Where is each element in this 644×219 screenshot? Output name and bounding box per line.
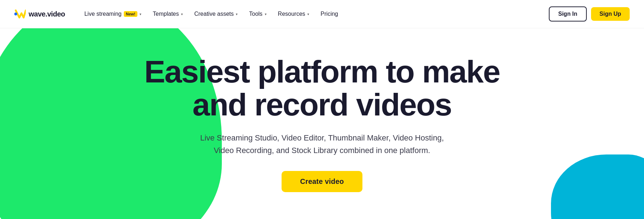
nav-item-tools[interactable]: Tools ▾ — [244, 8, 271, 20]
hero-content: Easiest platform to make and record vide… — [130, 55, 514, 192]
nav-item-resources[interactable]: Resources ▾ — [273, 8, 314, 20]
hero-subtitle: Live Streaming Studio, Video Editor, Thu… — [193, 132, 451, 157]
logo[interactable]: wave.video — [14, 9, 65, 19]
nav-label-templates: Templates — [153, 11, 179, 17]
nav-label-tools: Tools — [249, 11, 262, 17]
nav-label-creative-assets: Creative assets — [194, 11, 234, 17]
nav-item-templates[interactable]: Templates ▾ — [148, 8, 188, 20]
new-badge: New! — [124, 11, 137, 17]
navbar: wave.video Live streaming New! ▾ Templat… — [0, 0, 644, 28]
hero-title-line1: Easiest platform to make — [144, 54, 500, 89]
chevron-icon-creative-assets: ▾ — [236, 12, 238, 16]
chevron-icon-resources: ▾ — [307, 12, 309, 16]
signin-button[interactable]: Sign In — [549, 6, 586, 22]
nav-item-live-streaming[interactable]: Live streaming New! ▾ — [79, 8, 146, 20]
nav-items: Live streaming New! ▾ Templates ▾ Creati… — [79, 8, 549, 20]
create-video-button[interactable]: Create video — [282, 171, 362, 192]
hero-title-line2: and record videos — [192, 87, 452, 122]
nav-label-resources: Resources — [278, 11, 305, 17]
svg-point-0 — [14, 13, 17, 15]
hero-section: Easiest platform to make and record vide… — [0, 28, 644, 219]
chevron-icon-tools: ▾ — [265, 12, 267, 16]
nav-right: Sign In Sign Up — [549, 6, 630, 22]
signup-button[interactable]: Sign Up — [591, 7, 630, 21]
logo-icon — [14, 9, 26, 19]
logo-text: wave.video — [29, 10, 65, 18]
chevron-icon-live-streaming: ▾ — [140, 12, 141, 16]
blue-blob-decoration — [551, 154, 644, 219]
nav-label-pricing: Pricing — [321, 11, 338, 17]
nav-item-pricing[interactable]: Pricing — [316, 8, 343, 20]
nav-label-live-streaming: Live streaming — [84, 11, 122, 17]
nav-item-creative-assets[interactable]: Creative assets ▾ — [189, 8, 243, 20]
chevron-icon-templates: ▾ — [181, 12, 183, 16]
hero-title: Easiest platform to make and record vide… — [144, 55, 500, 122]
